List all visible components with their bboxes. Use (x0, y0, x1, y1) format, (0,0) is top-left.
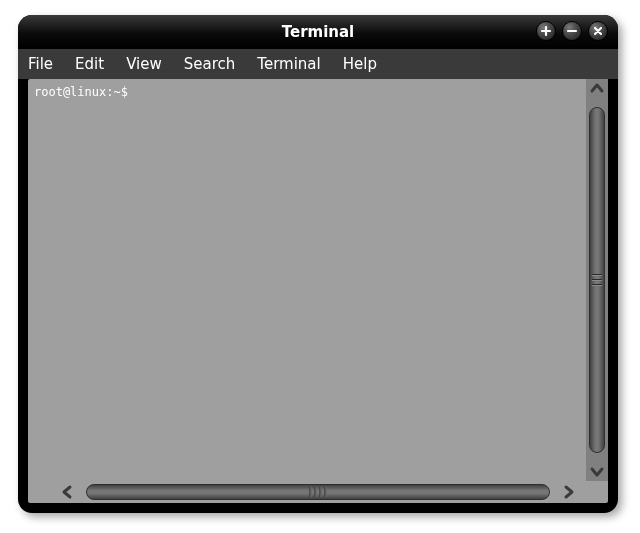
scroll-right-button[interactable] (560, 481, 578, 503)
scroll-up-button[interactable] (586, 79, 608, 97)
vscroll-thumb[interactable] (589, 107, 605, 453)
menu-search[interactable]: Search (184, 55, 236, 73)
scroll-down-button[interactable] (586, 463, 608, 481)
menu-file[interactable]: File (28, 55, 53, 73)
minimize-button[interactable] (562, 21, 582, 41)
titlebar[interactable]: Terminal (18, 15, 618, 49)
vscroll-track[interactable] (586, 97, 608, 463)
hscroll-thumb[interactable] (86, 484, 550, 500)
window-title: Terminal (282, 23, 355, 41)
menubar: File Edit View Search Terminal Help (18, 49, 618, 79)
hscroll-track[interactable] (76, 481, 560, 503)
menu-view[interactable]: View (126, 55, 162, 73)
horizontal-scrollbar (58, 481, 578, 503)
window-controls (536, 21, 608, 41)
shell-prompt: root@linux:~$ (28, 79, 586, 105)
new-tab-button[interactable] (536, 21, 556, 41)
menu-terminal[interactable]: Terminal (257, 55, 320, 73)
close-button[interactable] (588, 21, 608, 41)
terminal-viewport[interactable]: root@linux:~$ (28, 79, 586, 481)
menu-edit[interactable]: Edit (75, 55, 104, 73)
menu-help[interactable]: Help (343, 55, 377, 73)
terminal-window: Terminal File Edit View Search Terminal … (18, 15, 618, 513)
scroll-left-button[interactable] (58, 481, 76, 503)
vertical-scrollbar (586, 79, 608, 481)
content-area: root@linux:~$ (28, 79, 608, 503)
